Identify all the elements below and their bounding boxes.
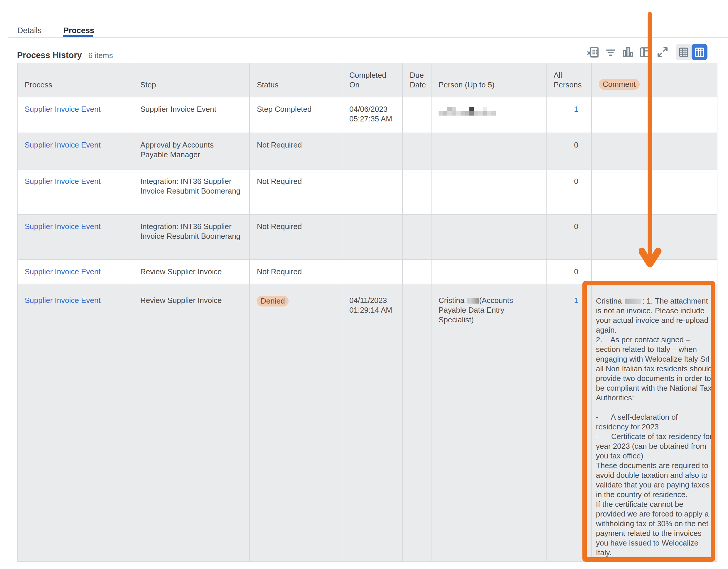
table-row: Supplier Invoice Event Review Supplier I… — [17, 285, 717, 562]
process-link[interactable]: Supplier Invoice Event — [25, 267, 101, 276]
header-row: Process Step Status Completed On Due Dat… — [17, 63, 717, 97]
cell-completed-on — [342, 215, 402, 260]
table-row: Supplier Invoice Event Integration: INT3… — [17, 169, 717, 215]
table-row: Supplier Invoice Event Review Supplier I… — [17, 260, 717, 285]
tab-process[interactable]: Process — [63, 26, 94, 35]
page-title: Process History — [17, 50, 82, 60]
process-link[interactable]: Supplier Invoice Event — [25, 177, 101, 186]
cell-person — [431, 97, 546, 133]
process-link[interactable]: Supplier Invoice Event — [25, 222, 101, 231]
cell-step: Review Supplier Invoice — [133, 285, 250, 562]
cell-step: Review Supplier Invoice — [133, 260, 250, 285]
redacted-person-name — [439, 107, 496, 116]
cell-process: Supplier Invoice Event — [17, 285, 133, 562]
redacted-commenter-surname — [625, 298, 641, 304]
cell-step: Supplier Invoice Event — [133, 97, 250, 133]
cell-completed-on — [342, 133, 402, 169]
all-persons-link[interactable]: 1 — [574, 105, 578, 114]
cell-person: Cristina(Accounts Payable Data Entry Spe… — [431, 285, 546, 562]
cell-due-date — [402, 215, 431, 260]
column-header-step[interactable]: Step — [133, 63, 250, 97]
compact-grid-view-button[interactable] — [676, 44, 692, 60]
process-link[interactable]: Supplier Invoice Event — [25, 141, 101, 149]
process-history-table: Process Step Status Completed On Due Dat… — [17, 63, 717, 562]
cell-comment — [591, 133, 717, 169]
cell-person — [431, 260, 546, 285]
svg-text:x: x — [587, 48, 591, 56]
export-to-excel-icon: x — [587, 46, 600, 59]
cell-status: Not Required — [250, 169, 342, 215]
cell-due-date — [402, 260, 431, 285]
expanded-grid-view-icon — [694, 46, 705, 58]
cell-process: Supplier Invoice Event — [17, 215, 133, 260]
comment-header-highlight: Comment — [599, 79, 640, 90]
filter-icon — [604, 46, 617, 59]
cell-person — [431, 169, 546, 215]
grid-toolbar: x — [587, 44, 707, 60]
all-persons-link[interactable]: 1 — [574, 296, 578, 305]
expanded-grid-view-button[interactable] — [692, 44, 707, 60]
table-row: Supplier Invoice Event Integration: INT3… — [17, 215, 717, 260]
table-row: Supplier Invoice Event Approval by Accou… — [17, 133, 717, 169]
compact-grid-view-icon — [678, 46, 690, 58]
grid-view-toggle — [676, 44, 707, 60]
cell-all-persons: 0 — [546, 169, 591, 215]
cell-status: Step Completed — [250, 97, 342, 133]
freeze-columns-button[interactable] — [639, 46, 652, 59]
export-to-excel-button[interactable]: x — [587, 46, 600, 59]
cell-completed-on — [342, 169, 402, 215]
cell-due-date — [402, 285, 431, 562]
cell-due-date — [402, 169, 431, 215]
cell-step: Approval by Accounts Payable Manager — [133, 133, 250, 169]
process-link[interactable]: Supplier Invoice Event — [25, 296, 101, 305]
cell-due-date — [402, 97, 431, 133]
cell-completed-on — [342, 260, 402, 285]
chart-icon — [621, 46, 634, 59]
cell-comment — [591, 260, 717, 285]
cell-person — [431, 133, 546, 169]
cell-completed-on: 04/06/2023 05:27:35 AM — [342, 97, 402, 133]
column-header-due-date[interactable]: Due Date — [402, 63, 431, 97]
column-header-process[interactable]: Process — [17, 63, 133, 97]
column-header-person[interactable]: Person (Up to 5) — [431, 63, 546, 97]
column-header-all-persons[interactable]: All Persons — [546, 63, 591, 97]
chart-button[interactable] — [621, 46, 634, 59]
cell-all-persons: 0 — [546, 133, 591, 169]
cell-person — [431, 215, 546, 260]
item-count: 6 items — [88, 51, 113, 60]
cell-process: Supplier Invoice Event — [17, 260, 133, 285]
cell-all-persons: 0 — [546, 260, 591, 285]
section-header: Process History 6 items — [17, 50, 113, 60]
cell-comment — [591, 169, 717, 215]
cell-status: Not Required — [250, 133, 342, 169]
cell-all-persons: 1 — [546, 285, 591, 562]
tabbar-divider — [8, 37, 728, 38]
cell-all-persons: 0 — [546, 215, 591, 260]
column-header-completed-on[interactable]: Completed On — [342, 63, 402, 97]
cell-completed-on: 04/11/2023 01:29:14 AM — [342, 285, 402, 562]
tab-details[interactable]: Details — [17, 26, 42, 35]
expand-button[interactable] — [656, 46, 669, 59]
process-link[interactable]: Supplier Invoice Event — [25, 105, 101, 114]
table-row: Supplier Invoice Event Supplier Invoice … — [17, 97, 717, 133]
cell-process: Supplier Invoice Event — [17, 97, 133, 133]
cell-all-persons: 1 — [546, 97, 591, 133]
status-badge-denied: Denied — [257, 295, 289, 306]
expand-icon — [656, 46, 669, 59]
cell-step: Integration: INT36 Supplier Invoice Resu… — [133, 169, 250, 215]
cell-process: Supplier Invoice Event — [17, 133, 133, 169]
filter-button[interactable] — [604, 46, 617, 59]
freeze-columns-icon — [639, 46, 652, 59]
cell-process: Supplier Invoice Event — [17, 169, 133, 215]
column-header-comment[interactable]: Comment — [591, 63, 717, 97]
cell-status: Not Required — [250, 260, 342, 285]
cell-comment: Cristina: 1. The attachment is not an in… — [591, 285, 717, 562]
cell-comment — [591, 97, 717, 133]
redacted-person-surname — [467, 298, 479, 303]
cell-status: Not Required — [250, 215, 342, 260]
cell-due-date — [402, 133, 431, 169]
cell-comment — [591, 215, 717, 260]
cell-status: Denied — [250, 285, 342, 562]
cell-step: Integration: INT36 Supplier Invoice Resu… — [133, 215, 250, 260]
column-header-status[interactable]: Status — [250, 63, 342, 97]
